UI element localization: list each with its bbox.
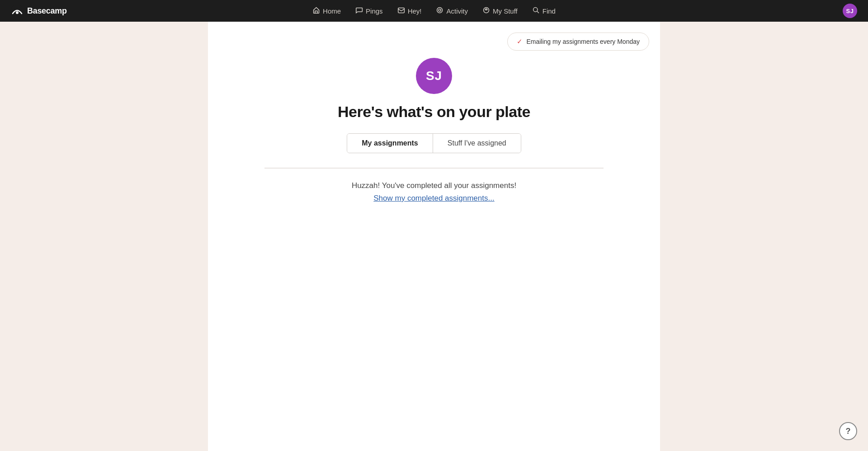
tab-my-assignments[interactable]: My assignments xyxy=(347,134,433,153)
page-title: Here's what's on your plate xyxy=(338,103,530,121)
svg-point-3 xyxy=(437,7,443,13)
nav-find[interactable]: Find xyxy=(526,3,562,19)
content-panel: ✓ Emailing my assignments every Monday S… xyxy=(208,22,660,451)
tab-stuff-ive-assigned[interactable]: Stuff I've assigned xyxy=(433,134,521,153)
svg-point-1 xyxy=(16,11,19,14)
tabs-container: My assignments Stuff I've assigned xyxy=(347,133,521,153)
pings-icon xyxy=(355,6,363,16)
nav-hey[interactable]: Hey! xyxy=(391,3,428,19)
nav-user-area: SJ xyxy=(843,4,857,18)
completion-message: Huzzah! You've completed all your assign… xyxy=(352,181,516,190)
nav-mystuff[interactable]: My Stuff xyxy=(476,3,524,19)
tabs-divider xyxy=(264,168,604,169)
email-checkmark-icon: ✓ xyxy=(517,38,523,46)
user-avatar-nav[interactable]: SJ xyxy=(843,4,857,18)
nav-find-label: Find xyxy=(542,7,556,15)
mystuff-icon xyxy=(482,6,490,16)
nav-pings[interactable]: Pings xyxy=(349,3,389,19)
svg-point-7 xyxy=(533,7,537,11)
home-icon xyxy=(312,6,320,16)
nav-home-label: Home xyxy=(323,7,341,15)
nav-home[interactable]: Home xyxy=(306,3,347,19)
basecamp-logo-icon xyxy=(11,5,24,17)
main-wrapper: ✓ Emailing my assignments every Monday S… xyxy=(0,22,868,451)
completion-section: Huzzah! You've completed all your assign… xyxy=(352,181,516,203)
user-avatar-large: SJ xyxy=(416,58,452,94)
svg-point-6 xyxy=(486,9,487,10)
find-icon xyxy=(532,6,540,16)
basecamp-logo-text: Basecamp xyxy=(27,6,67,16)
basecamp-logo-link[interactable]: Basecamp xyxy=(11,5,67,17)
nav-activity[interactable]: Activity xyxy=(429,3,474,19)
main-nav: Home Pings Hey! Activity My Stuff xyxy=(306,3,562,19)
show-completed-link[interactable]: Show my completed assignments... xyxy=(373,194,494,202)
email-banner[interactable]: ✓ Emailing my assignments every Monday xyxy=(507,33,649,51)
top-navigation: Basecamp Home Pings Hey! Activity xyxy=(0,0,868,22)
nav-activity-label: Activity xyxy=(446,7,468,15)
email-banner-label: Emailing my assignments every Monday xyxy=(526,38,640,45)
svg-rect-2 xyxy=(398,8,404,13)
nav-pings-label: Pings xyxy=(366,7,383,15)
nav-mystuff-label: My Stuff xyxy=(493,7,518,15)
activity-icon xyxy=(436,6,443,16)
hey-icon xyxy=(397,6,405,16)
help-button[interactable]: ? xyxy=(839,422,857,440)
svg-point-4 xyxy=(439,9,441,11)
nav-hey-label: Hey! xyxy=(408,7,422,15)
